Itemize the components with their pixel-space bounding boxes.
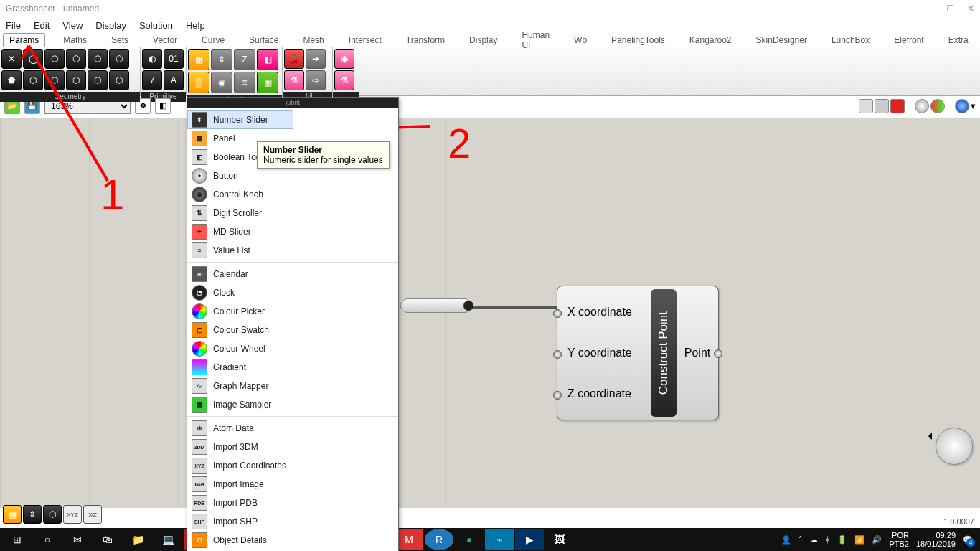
mail-icon[interactable]: ✉	[63, 529, 92, 550]
tray-clock[interactable]: 09:29 18/01/2019	[916, 531, 956, 548]
menu-view[interactable]: View	[62, 20, 83, 31]
display-shaded-icon[interactable]	[875, 99, 889, 113]
tab-skindesigner[interactable]: SkinDesigner	[750, 33, 814, 47]
tab-intersect[interactable]: Intersect	[342, 33, 388, 47]
tray-volume-icon[interactable]: 🔊	[872, 535, 882, 545]
ribbon-label-geometry[interactable]: Geometry	[0, 92, 140, 102]
compass-icon[interactable]	[936, 428, 973, 465]
dd-atom-data[interactable]: ⚛Atom Data	[187, 419, 293, 438]
tray-battery-icon[interactable]: 🔋	[837, 535, 847, 545]
tab-panelingtools[interactable]: PanelingTools	[605, 33, 672, 47]
tab-sets[interactable]: Sets	[105, 33, 135, 47]
display-selected-icon[interactable]	[890, 99, 905, 113]
tray-language[interactable]: POR PTB2	[889, 531, 909, 548]
dd-import-3dm[interactable]: 3DMImport 3DM	[187, 438, 293, 456]
number-slider-component[interactable]	[400, 298, 472, 313]
input-swatch-icon[interactable]: ◧	[257, 49, 278, 70]
mini-panel-icon[interactable]: ▦	[3, 505, 22, 524]
geometry-icon[interactable]: ⬡	[88, 49, 108, 69]
geometry-icon[interactable]: ⬡	[109, 70, 129, 90]
tab-surface[interactable]: Surface	[242, 33, 285, 47]
store-icon[interactable]: 🛍	[93, 529, 122, 550]
dd-calendar[interactable]: 20Calendar	[187, 265, 293, 283]
dd-object-details[interactable]: IDObject Details	[187, 531, 293, 550]
input-toggle-icon[interactable]: Z	[234, 49, 255, 70]
photos-icon[interactable]: 🖼	[545, 529, 574, 550]
view-tool2-icon[interactable]: ◧	[155, 98, 171, 114]
tab-curve[interactable]: Curve	[195, 33, 231, 47]
mini-xyz-icon[interactable]: XYZ	[63, 505, 82, 524]
dd-colour-wheel[interactable]: Colour Wheel	[187, 339, 293, 358]
dropdown-arrow-icon[interactable]: ▾	[971, 100, 976, 111]
menu-solution[interactable]: Solution	[139, 20, 173, 31]
dd-import-pdb[interactable]: PDBImport PDB	[187, 494, 293, 512]
menu-display[interactable]: Display	[95, 20, 126, 31]
geometry-icon[interactable]: ⬡	[109, 49, 129, 69]
tray-up-icon[interactable]: ˄	[798, 535, 803, 545]
menu-edit[interactable]: Edit	[34, 20, 50, 31]
menu-file[interactable]: File	[6, 20, 21, 31]
tab-maths[interactable]: Maths	[57, 33, 93, 47]
spotify-icon[interactable]: ●	[455, 529, 484, 550]
primitive-icon[interactable]: ◐	[142, 49, 162, 69]
mini-slider-icon[interactable]: ⇕	[23, 505, 42, 524]
start-button[interactable]: ⊞	[3, 529, 32, 550]
tray-onedrive-icon[interactable]: ☁	[810, 535, 818, 545]
close-icon[interactable]: ✕	[967, 4, 974, 14]
tab-extra[interactable]: Extra	[942, 33, 975, 47]
geometry-icon[interactable]: ⬡	[66, 49, 86, 69]
dd-image-sampler[interactable]: ▦Image Sampler	[187, 395, 293, 414]
dd-value-list[interactable]: ≡Value List	[187, 241, 293, 260]
input-sampler-icon[interactable]: ▦	[257, 72, 278, 93]
tab-humanui[interactable]: Human UI	[515, 28, 556, 52]
input-slider-icon[interactable]: ⇕	[211, 49, 232, 70]
menu-help[interactable]: Help	[186, 20, 205, 31]
globe-icon[interactable]	[955, 99, 969, 113]
util-arrow-icon[interactable]: ➔	[306, 49, 326, 69]
input-x[interactable]: X coordinate	[567, 306, 646, 319]
dd-md-slider[interactable]: ✦MD Slider	[187, 222, 293, 241]
util-arrow2-icon[interactable]: ⇨	[306, 70, 326, 90]
tab-lunchbox[interactable]: LunchBox	[825, 33, 876, 47]
input-y[interactable]: Y coordinate	[567, 347, 646, 359]
dd-number-slider[interactable]: ⇕Number Slider	[187, 110, 293, 129]
r-icon[interactable]: R	[425, 529, 453, 550]
geometry-icon[interactable]: ⬟	[1, 70, 22, 90]
dd-digit-scroller[interactable]: ⇅Digit Scroller	[187, 204, 293, 222]
tray-bluetooth-icon[interactable]: ᚼ	[825, 535, 830, 544]
dd-import-shp[interactable]: SHPImport SHP	[187, 512, 293, 531]
tab-wb[interactable]: Wb	[567, 33, 593, 47]
input-z[interactable]: Z coordinate	[567, 387, 646, 400]
tab-vector[interactable]: Vector	[146, 33, 184, 47]
slider-knob[interactable]	[463, 301, 473, 311]
display-wireframe-icon[interactable]	[859, 99, 873, 113]
tab-kangaroo2[interactable]: Kangaroo2	[683, 33, 738, 47]
maximize-icon[interactable]: ☐	[946, 4, 954, 14]
component-output[interactable]: Point	[677, 286, 718, 420]
construct-point-component[interactable]: X coordinate Y coordinate Z coordinate C…	[557, 286, 719, 420]
explorer-icon[interactable]: 📁	[123, 529, 152, 550]
powershell-icon[interactable]: ▶	[515, 529, 544, 550]
util-icon[interactable]: 🍒	[284, 49, 304, 69]
geometry-icon[interactable]: ⬡	[23, 70, 43, 90]
dd-import-coordinates[interactable]: XYZImport Coordinates	[187, 456, 293, 475]
geometry-icon[interactable]: ◯	[23, 49, 43, 69]
tray-wifi-icon[interactable]: 📶	[854, 535, 864, 545]
dd-button[interactable]: ●Button	[187, 166, 293, 185]
geometry-icon[interactable]: ⬡	[44, 70, 65, 90]
mini-xyz2-icon[interactable]: X⁄Z	[83, 505, 102, 524]
canvas[interactable]: X coordinate Y coordinate Z coordinate C…	[0, 118, 980, 508]
mega-icon[interactable]: M	[395, 529, 423, 550]
app-laptop-icon[interactable]: 💻	[154, 529, 182, 550]
input-knob-icon[interactable]: ◉	[211, 72, 232, 93]
dd-control-knob[interactable]: ◉Control Knob	[187, 185, 293, 204]
tab-mesh[interactable]: Mesh	[296, 33, 330, 47]
mini-hex-icon[interactable]: ⬡	[43, 505, 62, 524]
tab-transform[interactable]: Transform	[400, 33, 451, 47]
tab-elefront[interactable]: Elefront	[887, 33, 930, 47]
primitive-icon[interactable]: 7	[142, 70, 162, 90]
preview-off-icon[interactable]	[915, 99, 929, 113]
geometry-icon[interactable]: ✕	[1, 49, 22, 69]
minimize-icon[interactable]: —	[925, 4, 933, 14]
input-panel-icon[interactable]: ▦	[188, 49, 209, 70]
